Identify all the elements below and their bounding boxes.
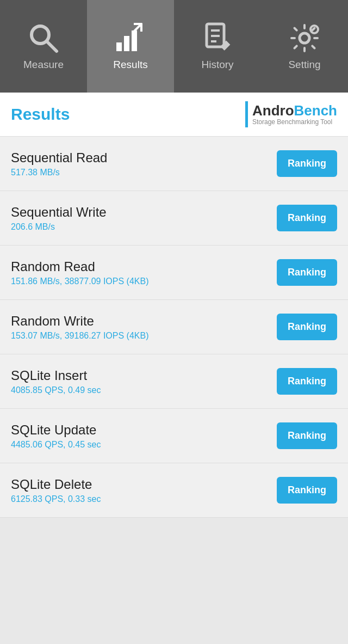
ranking-button[interactable]: Ranking	[277, 477, 337, 504]
svg-line-1	[47, 41, 57, 51]
result-row: SQLite Delete6125.83 QPS, 0.33 secRankin…	[0, 463, 348, 518]
result-list: Sequential Read517.38 MB/sRankingSequent…	[0, 137, 348, 518]
nav-label-setting: Setting	[288, 59, 320, 71]
brand-andro: Andro	[252, 102, 294, 119]
result-name: Sequential Read	[11, 150, 107, 165]
result-info: SQLite Insert4085.85 QPS, 0.49 sec	[11, 368, 101, 395]
result-info: Random Write153.07 MB/s, 39186.27 IOPS (…	[11, 314, 148, 341]
nav-label-measure: Measure	[23, 59, 64, 71]
nav-item-setting[interactable]: Setting	[261, 0, 348, 93]
result-value: 4485.06 QPS, 0.45 sec	[11, 440, 101, 450]
ranking-button[interactable]: Ranking	[277, 150, 337, 177]
result-row: Sequential Write206.6 MB/sRanking	[0, 191, 348, 246]
brand-logo: AndroBench Storage Benchmarking Tool	[245, 101, 337, 127]
svg-rect-2	[116, 42, 122, 51]
result-row: Random Write153.07 MB/s, 39186.27 IOPS (…	[0, 300, 348, 354]
result-value: 206.6 MB/s	[11, 222, 107, 232]
brand-bench: Bench	[294, 102, 337, 119]
result-name: SQLite Insert	[11, 368, 101, 383]
result-row: Sequential Read517.38 MB/sRanking	[0, 137, 348, 191]
brand-text: AndroBench Storage Benchmarking Tool	[252, 103, 337, 126]
result-info: Sequential Read517.38 MB/s	[11, 150, 107, 177]
ranking-button[interactable]: Ranking	[277, 422, 337, 449]
measure-icon	[27, 22, 60, 54]
brand-name: AndroBench	[252, 103, 337, 119]
ranking-button[interactable]: Ranking	[277, 259, 337, 286]
result-value: 151.86 MB/s, 38877.09 IOPS (4KB)	[11, 277, 148, 286]
results-header: Results AndroBench Storage Benchmarking …	[0, 93, 348, 137]
result-info: SQLite Update4485.06 QPS, 0.45 sec	[11, 422, 101, 450]
result-name: SQLite Delete	[11, 477, 101, 492]
result-name: SQLite Update	[11, 422, 101, 438]
result-row: Random Read151.86 MB/s, 38877.09 IOPS (4…	[0, 246, 348, 300]
result-name: Random Write	[11, 314, 148, 329]
svg-rect-4	[132, 30, 137, 51]
result-info: Sequential Write206.6 MB/s	[11, 205, 107, 232]
result-name: Random Read	[11, 259, 148, 274]
result-info: Random Read151.86 MB/s, 38877.09 IOPS (4…	[11, 259, 148, 286]
result-value: 517.38 MB/s	[11, 168, 107, 177]
results-icon	[114, 22, 147, 54]
setting-icon	[288, 22, 321, 54]
nav-label-results: Results	[113, 59, 147, 71]
nav-item-results[interactable]: Results	[87, 0, 174, 93]
result-value: 4085.85 QPS, 0.49 sec	[11, 385, 101, 395]
nav-item-history[interactable]: History	[174, 0, 261, 93]
page-title: Results	[11, 105, 70, 124]
svg-line-5	[134, 24, 141, 32]
result-value: 6125.83 QPS, 0.33 sec	[11, 494, 101, 504]
ranking-button[interactable]: Ranking	[277, 205, 337, 231]
nav-label-history: History	[201, 59, 233, 71]
result-value: 153.07 MB/s, 39186.27 IOPS (4KB)	[11, 331, 148, 341]
history-icon	[201, 22, 234, 54]
brand-bar	[245, 101, 248, 127]
svg-point-10	[300, 33, 309, 43]
bottom-space	[0, 518, 348, 594]
result-row: SQLite Insert4085.85 QPS, 0.49 secRankin…	[0, 354, 348, 409]
result-name: Sequential Write	[11, 205, 107, 220]
result-info: SQLite Delete6125.83 QPS, 0.33 sec	[11, 477, 101, 504]
nav-item-measure[interactable]: Measure	[0, 0, 87, 93]
nav-bar: Measure Results History	[0, 0, 348, 93]
ranking-button[interactable]: Ranking	[277, 368, 337, 395]
svg-rect-3	[124, 36, 129, 51]
result-row: SQLite Update4485.06 QPS, 0.45 secRankin…	[0, 409, 348, 463]
ranking-button[interactable]: Ranking	[277, 314, 337, 340]
brand-sub: Storage Benchmarking Tool	[252, 119, 337, 126]
